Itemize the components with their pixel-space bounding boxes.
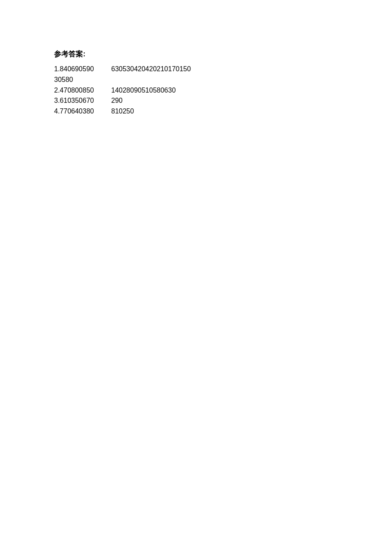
answer-line: 4.770640380 810250	[54, 106, 392, 117]
answer-col2: 810250	[111, 106, 392, 117]
answer-col1: 3.610350670	[54, 96, 111, 106]
answer-line: 30580	[54, 75, 392, 85]
answer-col2: 14028090510580630	[111, 85, 392, 96]
answer-heading: 参考答案:	[54, 49, 392, 59]
answer-col1: 4.770640380	[54, 106, 111, 117]
answer-text: 30580	[54, 75, 392, 85]
answer-line: 3.610350670 290	[54, 96, 392, 106]
answer-col2: 290	[111, 96, 392, 106]
answer-content: 1.840690590 630530420420210170150 30580 …	[54, 64, 392, 117]
answer-line: 2.470800850 14028090510580630	[54, 85, 392, 96]
answer-col2: 630530420420210170150	[111, 64, 392, 75]
answer-col1: 1.840690590	[54, 64, 111, 75]
answer-col1: 2.470800850	[54, 85, 111, 96]
answer-line: 1.840690590 630530420420210170150	[54, 64, 392, 75]
